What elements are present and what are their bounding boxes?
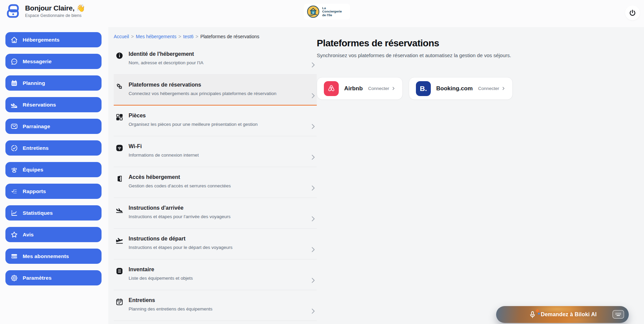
plane-landing-icon — [10, 101, 18, 109]
sidebar-item-rapports[interactable]: Rapports — [5, 184, 102, 199]
sidebar-item-messagerie[interactable]: Messagerie — [5, 54, 102, 69]
chevron-right-icon — [309, 277, 317, 284]
list-item-acces[interactable]: Accès hébergement Gestion des codes d'ac… — [114, 167, 317, 198]
sidebar-item-mes-abonnements[interactable]: Mes abonnements — [5, 249, 102, 264]
door-icon — [115, 174, 124, 183]
biloki-ai-button[interactable]: Demandez à Biloki AI — [496, 306, 629, 323]
settings-list: Identité de l'hébergement Nom, adresse e… — [114, 44, 317, 321]
chevron-right-icon — [309, 61, 317, 69]
platform-name: Airbnb — [344, 85, 363, 92]
sidebar-item-label: Hébergements — [23, 37, 60, 43]
airbnb-card[interactable]: Airbnb Connecter — [317, 77, 403, 100]
list-item-subtitle: Planning des entretiens des équipements — [129, 306, 305, 311]
power-icon — [628, 9, 637, 17]
booking-monogram: B. — [420, 85, 427, 93]
credit-card-icon — [10, 252, 18, 260]
greeting-text: Bonjour Claire, — [25, 4, 74, 12]
chevron-right-icon — [309, 215, 317, 223]
sidebar-item-planning[interactable]: Planning — [5, 75, 102, 91]
list-item-instructions-depart[interactable]: Instructions de départ Instructions et é… — [114, 229, 317, 259]
logo-line-3: de l'île — [322, 14, 342, 17]
booking-card[interactable]: B. Booking.com Connecter — [409, 77, 513, 100]
platform-name: Booking.com — [436, 85, 473, 92]
plane-landing-icon — [115, 205, 124, 214]
chevron-right-icon — [309, 123, 317, 130]
greeting-block: Bonjour Claire, 👋 Espace Gestionnaire de… — [25, 4, 85, 18]
microphone-icon — [528, 310, 537, 319]
sidebar-item-label: Réservations — [23, 102, 56, 108]
list-item-title: Identité de l'hébergement — [129, 51, 305, 57]
info-icon — [115, 51, 124, 60]
list-item-subtitle: Nom, adresse et description pour l'IA — [129, 60, 305, 65]
list-item-inventaire[interactable]: Inventaire Liste des équipements et obje… — [114, 259, 317, 290]
line-chart-icon — [10, 209, 18, 217]
list-icon — [115, 267, 124, 275]
breadcrumb-link-mes-hebergements[interactable]: Mes hébergements — [136, 34, 176, 39]
list-item-subtitle: Organisez les pièces pour une meilleure … — [129, 122, 305, 127]
envelope-heart-icon — [10, 122, 18, 131]
sidebar-item-label: Messagerie — [23, 59, 51, 65]
sparkle-blue-icon — [538, 312, 540, 315]
chevron-right-icon — [309, 92, 317, 99]
breadcrumb-link-accueil[interactable]: Accueil — [114, 34, 129, 39]
sidebar-item-label: Avis — [23, 232, 34, 238]
plane-takeoff-icon — [115, 236, 124, 245]
sidebar-item-equipes[interactable]: Équipes — [5, 162, 102, 177]
connect-airbnb-button[interactable]: Connecter — [368, 86, 396, 91]
list-item-title: Pièces — [129, 113, 305, 119]
checklist-icon — [10, 187, 18, 195]
connect-booking-button[interactable]: Connecter — [478, 86, 506, 91]
list-item-wifi[interactable]: Wi-Fi Informations de connexion internet — [114, 136, 317, 167]
sidebar-item-hebergements[interactable]: Hébergements — [5, 32, 102, 47]
breadcrumb-link-test6[interactable]: test6 — [183, 34, 193, 39]
sidebar-item-label: Entretiens — [23, 145, 49, 151]
sidebar-item-parrainage[interactable]: Parrainage — [5, 119, 102, 134]
app-brand: Bonjour Claire, 👋 Espace Gestionnaire de… — [5, 3, 85, 19]
conciergerie-logo-card: La Conciergerie de l'île — [304, 4, 350, 20]
list-item-title: Accès hébergement — [129, 174, 305, 180]
breadcrumb: Accueil > Mes hébergements > test6 > Pla… — [114, 34, 259, 39]
sidebar-item-label: Équipes — [23, 167, 43, 173]
list-item-subtitle: Instructions et étapes pour le départ de… — [129, 245, 305, 250]
logout-power-button[interactable] — [625, 5, 640, 20]
content-area: Accueil > Mes hébergements > test6 > Pla… — [108, 27, 644, 324]
chevron-right-icon — [501, 86, 506, 91]
list-item-pieces[interactable]: Pièces Organisez les pièces pour une mei… — [114, 106, 317, 136]
platform-cards: Airbnb Connecter B. Booking.com Connecte… — [317, 77, 513, 100]
breadcrumb-separator: > — [131, 34, 134, 39]
sidebar-item-label: Statistiques — [23, 210, 53, 216]
list-item-instructions-arrivee[interactable]: Instructions d'arrivée Instructions et é… — [114, 198, 317, 229]
list-item-identite[interactable]: Identité de l'hébergement Nom, adresse e… — [114, 44, 317, 75]
sidebar-item-label: Parrainage — [23, 123, 50, 130]
list-item-title: Inventaire — [129, 267, 305, 273]
list-item-title: Instructions de départ — [129, 236, 305, 242]
keyboard-icon[interactable] — [613, 310, 624, 319]
sidebar-item-avis[interactable]: Avis — [5, 227, 102, 242]
calendar-check-icon — [115, 297, 124, 306]
list-item-entretiens[interactable]: Entretiens Planning des entretiens des é… — [114, 290, 317, 321]
sidebar-item-parametres[interactable]: Paramètres — [5, 270, 102, 285]
list-item-title: Entretiens — [129, 297, 305, 303]
sidebar: Hébergements Messagerie Planning Réserva… — [0, 27, 108, 324]
people-icon — [10, 166, 18, 174]
plug-icon — [115, 82, 124, 91]
list-item-plateformes[interactable]: Plateformes de réservations Connectez vo… — [114, 75, 317, 106]
breadcrumb-current: Plateformes de réservations — [200, 34, 259, 39]
conciergerie-logo-text: La Conciergerie de l'île — [322, 6, 342, 17]
header: Bonjour Claire, 👋 Espace Gestionnaire de… — [0, 0, 644, 27]
sidebar-item-statistiques[interactable]: Statistiques — [5, 205, 102, 221]
sidebar-item-label: Mes abonnements — [23, 253, 69, 259]
sidebar-item-label: Paramètres — [23, 275, 51, 281]
chat-icon — [10, 57, 18, 66]
chevron-right-icon — [309, 184, 317, 192]
sidebar-item-entretiens[interactable]: Entretiens — [5, 140, 102, 156]
sidebar-item-reservations[interactable]: Réservations — [5, 97, 102, 112]
page-title: Plateformes de réservations — [317, 38, 439, 49]
chevron-right-icon — [309, 154, 317, 161]
list-item-subtitle: Liste des équipements et objets — [129, 276, 305, 281]
page-subtitle: Synchronisez vos plateformes de réservat… — [317, 52, 511, 58]
sidebar-item-label: Rapports — [23, 188, 46, 194]
breadcrumb-separator: > — [196, 34, 198, 39]
circle-check-icon — [10, 144, 18, 152]
biloki-ai-label: Demandez à Biloki AI — [541, 311, 597, 318]
